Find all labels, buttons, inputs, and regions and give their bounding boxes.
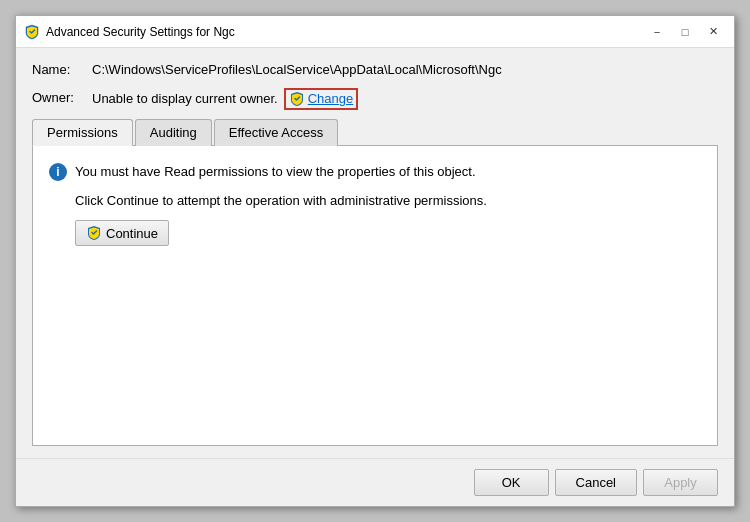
titlebar-controls: − □ ✕ [644,22,726,42]
tab-effective-access[interactable]: Effective Access [214,119,338,146]
dialog-content: Name: C:\Windows\ServiceProfiles\LocalSe… [16,48,734,458]
banner-text: You must have Read permissions to view t… [75,162,476,182]
window-title: Advanced Security Settings for Ngc [46,25,235,39]
shield-icon [289,91,305,107]
titlebar: Advanced Security Settings for Ngc − □ ✕ [16,16,734,48]
tab-content-area: i You must have Read permissions to view… [32,146,718,446]
continue-button[interactable]: Continue [75,220,169,246]
window-icon [24,24,40,40]
info-icon: i [49,163,67,181]
tab-permissions[interactable]: Permissions [32,119,133,146]
name-value: C:\Windows\ServiceProfiles\LocalService\… [92,60,502,80]
change-link-wrapper: Change [284,88,359,110]
owner-value: Unable to display current owner. [92,89,278,109]
shield-continue-icon [86,225,102,241]
minimize-button[interactable]: − [644,22,670,42]
tab-auditing[interactable]: Auditing [135,119,212,146]
name-row: Name: C:\Windows\ServiceProfiles\LocalSe… [32,60,718,80]
name-label: Name: [32,60,92,80]
tab-bar: Permissions Auditing Effective Access [32,118,718,146]
ok-button[interactable]: OK [474,469,549,496]
owner-row: Owner: Unable to display current owner. … [32,88,718,110]
maximize-button[interactable]: □ [672,22,698,42]
owner-content: Unable to display current owner. Change [92,88,358,110]
dialog-window: Advanced Security Settings for Ngc − □ ✕… [15,15,735,507]
titlebar-left: Advanced Security Settings for Ngc [24,24,235,40]
click-continue-text: Click Continue to attempt the operation … [75,193,701,208]
apply-button[interactable]: Apply [643,469,718,496]
dialog-footer: OK Cancel Apply [16,458,734,506]
cancel-button[interactable]: Cancel [555,469,637,496]
change-owner-button[interactable]: Change [308,91,354,106]
owner-label: Owner: [32,88,92,108]
continue-label: Continue [106,226,158,241]
info-banner: i You must have Read permissions to view… [49,162,701,182]
close-button[interactable]: ✕ [700,22,726,42]
